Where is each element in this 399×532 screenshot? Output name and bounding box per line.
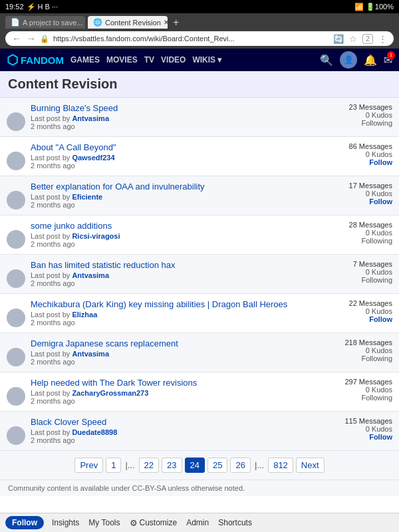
- avatar: [7, 269, 25, 288]
- avatar: [7, 191, 25, 209]
- thread-meta: Last post by ZacharyGrossman2732 months …: [31, 389, 332, 405]
- nav-video[interactable]: VIDEO: [161, 55, 186, 65]
- status-signal: 📶 🔋100%: [354, 3, 394, 11]
- more-options-button[interactable]: ⋮: [378, 34, 387, 44]
- thread-title[interactable]: Help needed with The Dark Tower revision…: [31, 378, 332, 388]
- fandom-logo-text: FANDOM: [21, 55, 64, 66]
- bottom-admin[interactable]: Admin: [186, 518, 209, 527]
- bottom-follow-button[interactable]: Follow: [5, 516, 44, 529]
- fandom-logo[interactable]: ⬡ FANDOM: [7, 52, 64, 68]
- messages-icon[interactable]: ✉ 1: [384, 54, 392, 66]
- fandom-nav-links: GAMES MOVIES TV VIDEO WIKIS ▾: [70, 55, 221, 65]
- back-button[interactable]: ←: [12, 33, 21, 44]
- thread-kudos: 0 Kudos: [332, 190, 392, 198]
- thread-follow-button[interactable]: Follow: [332, 433, 392, 441]
- thread-item: Mechikabura (Dark King) key missing abil…: [0, 294, 399, 333]
- new-tab-button[interactable]: +: [173, 17, 179, 29]
- thread-stats: 17 Messages0 KudosFollow: [332, 182, 392, 205]
- thread-item: Help needed with The Dark Tower revision…: [0, 372, 399, 412]
- status-icons-left: ⚡ H B ···: [27, 3, 59, 11]
- thread-title[interactable]: Mechikabura (Dark King) key missing abil…: [31, 299, 332, 309]
- browser-nav[interactable]: ← →: [12, 33, 36, 44]
- browser-chrome: 📄 A project to save... ✕ 🌐 Content Revis…: [0, 13, 399, 49]
- thread-main: About "A Call Beyond"Last post by Qawsed…: [31, 142, 332, 170]
- bottom-insights[interactable]: Insights: [52, 518, 79, 527]
- gear-icon: ⚙: [130, 518, 138, 528]
- thread-messages-count: 22 Messages: [332, 299, 392, 307]
- page-1-button[interactable]: 1: [106, 458, 121, 473]
- thread-item: Black Clover SpeedLast post by Duedate88…: [0, 412, 399, 451]
- status-bar-right: 📶 🔋100%: [354, 3, 394, 11]
- thread-title[interactable]: Demigra Japanese scans replacement: [31, 338, 332, 348]
- page-26-button[interactable]: 26: [230, 458, 250, 473]
- page-812-button[interactable]: 812: [268, 458, 293, 473]
- thread-meta-user[interactable]: Ricsi-viragosi: [72, 232, 120, 240]
- nav-games[interactable]: GAMES: [70, 55, 100, 65]
- thread-meta-user[interactable]: Antvasima: [72, 271, 109, 279]
- thread-following-status: Following: [332, 394, 392, 402]
- thread-main: Help needed with The Dark Tower revision…: [31, 378, 332, 405]
- thread-stats: 7 Messages0 KudosFollowing: [332, 260, 392, 284]
- page-23-button[interactable]: 23: [162, 458, 182, 473]
- thread-meta: Last post by Duedate88982 months ago: [31, 428, 332, 444]
- nav-movies[interactable]: MOVIES: [106, 55, 138, 65]
- thread-stats: 86 Messages0 KudosFollow: [332, 142, 392, 166]
- bottom-customize[interactable]: ⚙ Customize: [130, 518, 178, 528]
- next-page-button[interactable]: Next: [296, 458, 325, 473]
- thread-title[interactable]: Better explanation for OAA and invulnera…: [31, 182, 332, 192]
- thread-meta: Last post by Antvasima2 months ago: [31, 350, 332, 366]
- user-avatar[interactable]: 👤: [340, 51, 357, 68]
- thread-kudos: 0 Kudos: [332, 346, 392, 354]
- avatar: [7, 387, 25, 406]
- thread-meta-user[interactable]: Antvasima: [72, 350, 109, 358]
- tab-1-favicon: 📄: [11, 18, 20, 27]
- thread-kudos: 0 Kudos: [332, 150, 392, 158]
- bookmark-button[interactable]: ☆: [349, 34, 357, 44]
- nav-tv[interactable]: TV: [144, 55, 154, 65]
- thread-title[interactable]: some junko additions: [31, 221, 332, 231]
- notifications-bell[interactable]: 🔔: [364, 54, 377, 66]
- avatar: [7, 348, 25, 366]
- bell-icon: 🔔: [364, 55, 377, 66]
- thread-title[interactable]: Black Clover Speed: [31, 417, 332, 427]
- nav-wikis[interactable]: WIKIS ▾: [192, 55, 221, 65]
- thread-follow-button[interactable]: Follow: [332, 315, 392, 323]
- thread-kudos: 0 Kudos: [332, 268, 392, 276]
- avatar: [7, 230, 25, 249]
- thread-item: Ban has limited statistic reduction haxL…: [0, 255, 399, 294]
- bottom-my-tools[interactable]: My Tools: [88, 518, 120, 527]
- page-22-button[interactable]: 22: [139, 458, 159, 473]
- page-24-button[interactable]: 24: [185, 458, 205, 473]
- thread-messages-count: 17 Messages: [332, 182, 392, 190]
- thread-title[interactable]: Burning Blaze's Speed: [31, 103, 332, 113]
- thread-kudos: 0 Kudos: [332, 386, 392, 394]
- reload-button[interactable]: 🔄: [333, 34, 344, 44]
- thread-meta-user[interactable]: Eficiente: [72, 193, 102, 201]
- address-url[interactable]: https://vsbattles.fandom.com/wiki/Board:…: [53, 35, 329, 43]
- thread-title[interactable]: Ban has limited statistic reduction hax: [31, 260, 332, 270]
- tab-count-button[interactable]: 2: [362, 34, 373, 44]
- tab-2-close[interactable]: ✕: [164, 19, 168, 26]
- thread-meta-user[interactable]: Qawsedf234: [72, 154, 114, 162]
- tab-2[interactable]: 🌐 Content Revision ✕: [88, 16, 168, 29]
- thread-title[interactable]: About "A Call Beyond": [31, 142, 332, 152]
- page-25-button[interactable]: 25: [207, 458, 227, 473]
- thread-follow-button[interactable]: Follow: [332, 198, 392, 205]
- thread-messages-count: 297 Messages: [332, 378, 392, 386]
- thread-follow-button[interactable]: Follow: [332, 158, 392, 166]
- bottom-shortcuts[interactable]: Shortcuts: [218, 518, 252, 527]
- thread-meta-user[interactable]: Antvasima: [72, 114, 109, 122]
- thread-messages-count: 115 Messages: [332, 417, 392, 425]
- page-dots-2: |...: [253, 460, 265, 470]
- thread-following-status: Following: [332, 354, 392, 362]
- search-icon[interactable]: 🔍: [320, 54, 333, 66]
- prev-page-button[interactable]: Prev: [74, 458, 103, 473]
- thread-main: Ban has limited statistic reduction haxL…: [31, 260, 332, 287]
- fandom-nav-right: 🔍 👤 🔔 ✉ 1: [320, 51, 392, 68]
- forward-button[interactable]: →: [27, 33, 36, 44]
- thread-meta-user[interactable]: ZacharyGrossman273: [72, 389, 148, 397]
- thread-meta-user[interactable]: Duedate8898: [72, 428, 117, 436]
- thread-meta-user[interactable]: Elizhaa: [72, 311, 97, 319]
- tab-1[interactable]: 📄 A project to save... ✕: [5, 16, 85, 29]
- status-time: 19:52: [5, 3, 24, 11]
